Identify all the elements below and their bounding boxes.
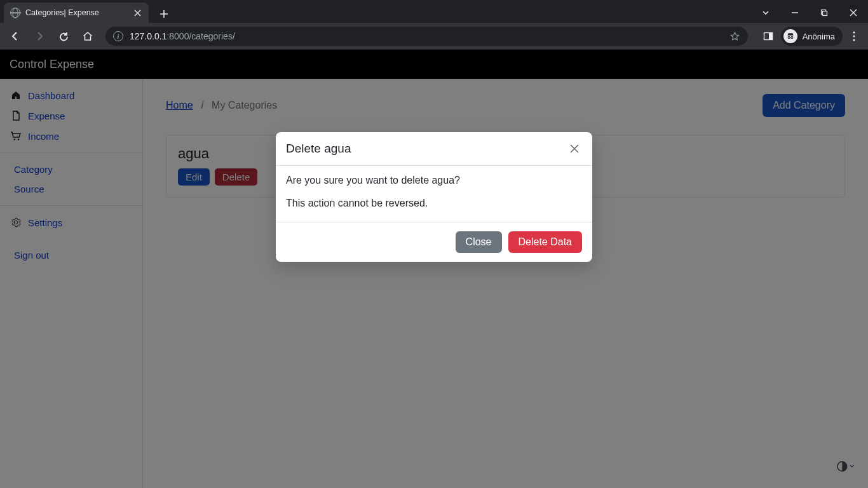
panel-toggle-icon[interactable] (758, 26, 778, 46)
url-text: 127.0.0.1:8000/categories/ (130, 31, 235, 41)
modal-footer: Close Delete Data (276, 222, 592, 262)
svg-point-6 (853, 31, 855, 33)
caret-down-icon (850, 464, 854, 469)
window-maximize-button[interactable] (810, 3, 839, 23)
window-minimize-button[interactable] (780, 3, 810, 23)
browser-chrome: Categories| Expense i 127.0.0.1:8000/cat… (0, 0, 868, 50)
nav-back-button[interactable] (5, 26, 25, 46)
modal-header: Delete agua (276, 132, 592, 166)
modal-close-icon[interactable] (567, 141, 582, 156)
svg-point-5 (790, 36, 792, 38)
nav-reload-button[interactable] (53, 26, 74, 46)
url-path: :8000/categories/ (166, 31, 234, 41)
theme-toggle-button[interactable] (836, 458, 854, 475)
site-info-icon[interactable]: i (113, 31, 123, 41)
nav-forward-button[interactable] (29, 26, 50, 46)
modal-close-button[interactable]: Close (456, 231, 502, 253)
tab-strip: Categories| Expense (0, 0, 868, 23)
url-host: 127.0.0.1 (130, 31, 166, 41)
modal-title: Delete agua (286, 142, 351, 156)
svg-rect-1 (823, 11, 827, 16)
svg-point-4 (788, 36, 790, 38)
modal-message-1: Are you sure you want to delete agua? (286, 175, 582, 186)
delete-modal: Delete agua Are you sure you want to del… (276, 132, 592, 262)
incognito-pill[interactable]: Anônima (781, 27, 843, 46)
bookmark-star-icon[interactable] (729, 31, 740, 42)
modal-backdrop[interactable] (0, 50, 868, 488)
browser-toolbar: i 127.0.0.1:8000/categories/ Anônima (0, 23, 868, 50)
address-bar[interactable]: i 127.0.0.1:8000/categories/ (105, 27, 748, 46)
modal-confirm-button[interactable]: Delete Data (508, 231, 583, 253)
globe-icon (10, 8, 20, 18)
modal-body: Are you sure you want to delete agua? Th… (276, 166, 592, 222)
toolbar-right: Anônima (758, 26, 863, 46)
browser-menu-button[interactable] (845, 26, 863, 46)
new-tab-button[interactable] (155, 5, 173, 23)
tab-close-button[interactable] (132, 8, 142, 18)
modal-message-2: This action cannot be reversed. (286, 198, 582, 209)
svg-rect-3 (769, 33, 773, 40)
window-close-button[interactable] (839, 3, 868, 23)
browser-tab[interactable]: Categories| Expense (4, 3, 149, 23)
window-controls (751, 3, 868, 23)
tab-search-button[interactable] (751, 3, 780, 23)
profile-label: Anônima (803, 32, 835, 41)
tab-title: Categories| Expense (25, 8, 127, 17)
incognito-icon (783, 29, 797, 43)
svg-point-8 (853, 39, 855, 41)
app-viewport: Control Expense Dashboard Expense Income (0, 50, 868, 488)
nav-home-button[interactable] (78, 26, 98, 46)
svg-point-7 (853, 35, 855, 37)
